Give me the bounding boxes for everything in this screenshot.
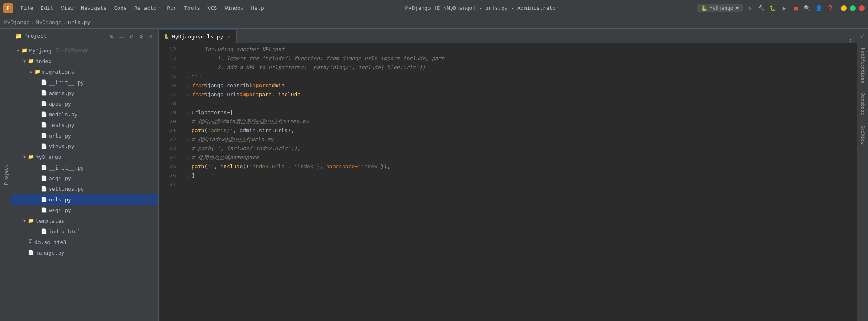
tab-settings-btn[interactable]: ⋮ — [845, 36, 857, 43]
tree-db[interactable]: 🗄 db.sqlite3 — [11, 237, 158, 247]
right-panel-database[interactable]: Database — [857, 88, 868, 120]
menu-navigate[interactable]: Navigate — [78, 3, 110, 13]
index-html-icon: 📄 — [41, 228, 47, 234]
tree-admin[interactable]: 📄 admin.py — [11, 88, 158, 98]
tab-label: MyDjango\urls.py — [172, 34, 223, 40]
tree-manage[interactable]: 📄 manage.py — [11, 247, 158, 258]
breadcrumb-sep-1: › — [32, 20, 34, 25]
apps-icon: 📄 — [41, 101, 47, 106]
check-mark[interactable]: ✓ — [857, 29, 868, 43]
title-bar-right: 🐍 MyDjango ▼ ↻ 🔨 🐛 ▶ ■ 🔍 👤 ❓ — [697, 4, 865, 12]
toolbar-refresh[interactable]: ↻ — [746, 4, 754, 12]
tab-file-icon: 🐍 — [164, 34, 169, 39]
views-label: views.py — [49, 143, 74, 149]
tree-urls-main[interactable]: 📄 urls.py — [11, 194, 158, 205]
toolbar-build[interactable]: 🔨 — [758, 4, 766, 12]
tree-views[interactable]: 📄 views.py — [11, 141, 158, 151]
manage-label: manage.py — [36, 250, 64, 256]
sidebar-collapse-btn[interactable]: ☰ — [117, 32, 126, 40]
line-number: 15 — [162, 72, 176, 81]
run-config[interactable]: 🐍 MyDjango ▼ — [697, 4, 743, 12]
tree-migrations[interactable]: ▶ 📁 migrations — [11, 66, 158, 77]
init2-label: __init__.py — [49, 165, 84, 171]
templates-folder-icon: 📁 — [28, 218, 34, 224]
run-config-icon: 🐍 — [701, 5, 707, 11]
sidebar-settings-btn[interactable]: ⚙ — [137, 32, 145, 40]
tree-mydjango-folder[interactable]: ▼ 📁 MyDjango — [11, 151, 158, 162]
tree-index-html[interactable]: 📄 index.html — [11, 226, 158, 237]
menu-tools[interactable]: Tools — [181, 3, 203, 13]
code-line: path('admin/', admin.site.urls), — [186, 126, 857, 135]
line-number: 21 — [162, 126, 176, 135]
toolbar-run[interactable]: ▶ — [780, 4, 789, 12]
toolbar-stop[interactable]: ■ — [792, 4, 800, 12]
menu-refactor[interactable]: Refactor — [131, 3, 163, 13]
tree-tests[interactable]: 📄 tests.py — [11, 120, 158, 130]
tree-asgi[interactable]: 📄 asgi.py — [11, 173, 158, 183]
code-line: # path('', include('index.urls')), — [186, 144, 857, 153]
urls-index-icon: 📄 — [41, 133, 47, 138]
tree-init-1[interactable]: 📄 __init__.py — [11, 77, 158, 88]
main-area: Project 📁 Project ⊕ ☰ ⇄ ⚙ ✕ ▼ 📁 MyDjango… — [0, 29, 868, 321]
right-panel-notifications[interactable]: Notifications — [857, 43, 868, 88]
sidebar-expand-btn[interactable]: ⇄ — [127, 32, 135, 40]
tree-apps[interactable]: 📄 apps.py — [11, 98, 158, 109]
line-number: 27 — [162, 180, 176, 189]
toolbar-search[interactable]: 🔍 — [803, 4, 812, 12]
sidebar-add-btn[interactable]: ⊕ — [108, 32, 116, 40]
sidebar-close-btn[interactable]: ✕ — [147, 32, 155, 40]
title-bar: P File Edit View Navigate Code Refactor … — [0, 0, 868, 16]
breadcrumb-item-3[interactable]: urls.py — [68, 19, 90, 25]
line-number: 16 — [162, 81, 176, 90]
views-icon: 📄 — [41, 143, 47, 149]
menu-edit[interactable]: Edit — [37, 3, 56, 13]
tree-urls-index[interactable]: 📄 urls.py — [11, 130, 158, 141]
root-path: D:\MyDjango — [56, 47, 89, 53]
models-icon: 📄 — [41, 111, 47, 117]
tree-templates-folder[interactable]: ▼ 📁 templates — [11, 215, 158, 226]
tree-settings[interactable]: 📄 settings.py — [11, 183, 158, 194]
menu-file[interactable]: File — [17, 3, 36, 13]
code-line: ◁] — [186, 171, 857, 180]
code-line: ◁from django.contrib import admin — [186, 81, 857, 90]
root-folder-icon: 📁 — [21, 47, 27, 53]
code-line: 1. Import the include() function: from d… — [186, 54, 857, 63]
menu-window[interactable]: Window — [221, 3, 247, 13]
right-panels: ✓ Notifications Database SciView — [857, 29, 868, 321]
project-panel-label[interactable]: Project — [0, 29, 11, 321]
tab-close-btn[interactable]: ✕ — [225, 34, 231, 39]
tree-root[interactable]: ▼ 📁 MyDjango D:\MyDjango — [11, 45, 158, 56]
run-config-label: MyDjango — [710, 5, 733, 11]
menu-view[interactable]: View — [58, 3, 77, 13]
menu-run[interactable]: Run — [164, 3, 180, 13]
tests-label: tests.py — [49, 122, 74, 128]
tree-init-2[interactable]: 📄 __init__.py — [11, 162, 158, 173]
menu-code[interactable]: Code — [111, 3, 130, 13]
window-close[interactable] — [859, 5, 865, 11]
run-config-chevron: ▼ — [736, 5, 739, 11]
toolbar-help[interactable]: ❓ — [826, 4, 834, 12]
menu-help[interactable]: Help — [248, 3, 267, 13]
breadcrumb: MyDjango › MyDjango › urls.py — [0, 16, 868, 29]
settings-icon: 📄 — [41, 186, 47, 192]
code-line — [186, 99, 857, 108]
tree-index-folder[interactable]: ▼ 📁 index — [11, 56, 158, 66]
breadcrumb-item-1[interactable]: MyDjango — [4, 19, 30, 25]
right-panel-sciview[interactable]: SciView — [857, 120, 868, 149]
tree-wsgi[interactable]: 📄 wsgi.py — [11, 205, 158, 215]
toolbar-debug[interactable]: 🐛 — [769, 4, 777, 12]
toolbar-user[interactable]: 👤 — [815, 4, 823, 12]
code-line: Including another URLconf — [186, 45, 857, 54]
code-content[interactable]: Including another URLconf 1. Import the … — [179, 43, 857, 321]
code-line: # 指向内置Admin后台系统的路由文件sites.py — [186, 117, 857, 126]
breadcrumb-item-2[interactable]: MyDjango — [36, 19, 62, 25]
tab-urls[interactable]: 🐍 MyDjango\urls.py ✕ — [159, 29, 237, 43]
tree-models[interactable]: 📄 models.py — [11, 109, 158, 120]
menu-bar: File Edit View Navigate Code Refactor Ru… — [17, 3, 267, 13]
menu-vcs[interactable]: VCS — [204, 3, 220, 13]
line-number: 19 — [162, 108, 176, 117]
code-editor: 12131415161718192021222324252627 Includi… — [159, 43, 857, 321]
line-number: 20 — [162, 117, 176, 126]
window-maximize[interactable] — [850, 5, 856, 11]
window-minimize[interactable] — [841, 5, 847, 11]
